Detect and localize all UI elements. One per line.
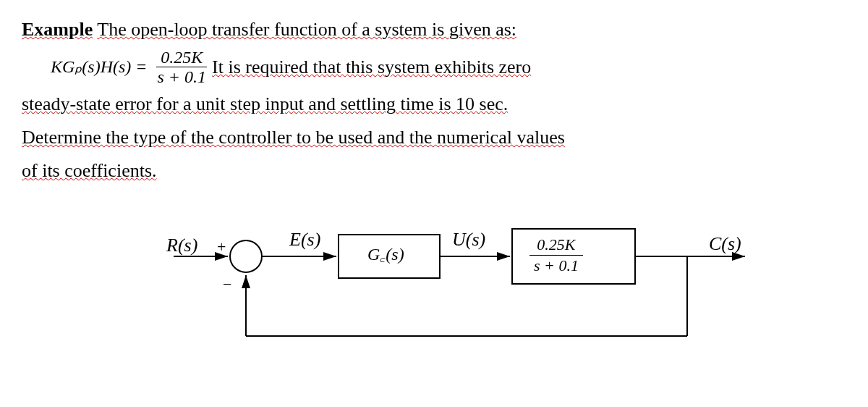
problem-line-1: Example The open-loop transfer function … bbox=[22, 14, 846, 45]
problem-line-3: steady-state error for a unit step input… bbox=[22, 89, 846, 119]
svg-point-1 bbox=[230, 240, 262, 272]
label-minus: − bbox=[223, 275, 231, 294]
label-plus: + bbox=[217, 238, 226, 256]
plant-num: 0.25K bbox=[529, 236, 582, 256]
equation-fraction: 0.25K s + 0.1 bbox=[153, 48, 211, 87]
label-C: C(s) bbox=[709, 233, 741, 255]
label-U: U(s) bbox=[452, 229, 485, 251]
eq-numerator: 0.25K bbox=[156, 48, 207, 67]
problem-line-5: of its coefficients. bbox=[22, 156, 846, 186]
example-header: Example bbox=[22, 19, 93, 40]
req-part1: It is required that this system exhibits… bbox=[212, 52, 531, 83]
label-E: E(s) bbox=[289, 229, 320, 251]
label-Gc: G꜀(s) bbox=[367, 245, 404, 264]
block-diagram: R(s) + − E(s) G꜀(s) U(s) 0.25K s + 0.1 C… bbox=[166, 220, 781, 365]
intro-rest: The open-loop transfer function of a sys… bbox=[97, 19, 516, 40]
eq-denominator: s + 0.1 bbox=[153, 67, 211, 86]
problem-line-2: KGₚ(s)H(s) = 0.25K s + 0.1 It is require… bbox=[22, 48, 846, 87]
plant-block-content: 0.25K s + 0.1 bbox=[527, 233, 586, 274]
plant-den: s + 0.1 bbox=[527, 256, 586, 274]
equation-lhs: KGₚ(s)H(s) = bbox=[51, 53, 148, 80]
label-R: R(s) bbox=[166, 235, 197, 256]
problem-line-4: Determine the type of the controller to … bbox=[22, 122, 846, 153]
